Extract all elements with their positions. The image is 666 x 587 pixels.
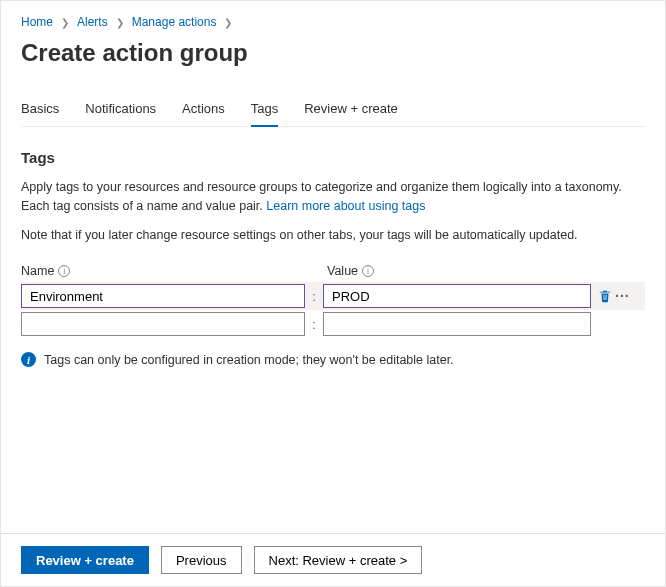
delete-icon[interactable] xyxy=(595,286,615,306)
tab-basics[interactable]: Basics xyxy=(21,95,59,126)
col-header-value: Value xyxy=(327,264,358,278)
chevron-right-icon: ❯ xyxy=(220,17,236,28)
crumb-home[interactable]: Home xyxy=(21,15,53,29)
tag-row: : xyxy=(21,310,645,338)
learn-more-link[interactable]: Learn more about using tags xyxy=(266,199,425,213)
crumb-alerts[interactable]: Alerts xyxy=(77,15,108,29)
crumb-manage-actions[interactable]: Manage actions xyxy=(132,15,217,29)
creation-mode-note: Tags can only be configured in creation … xyxy=(44,353,454,367)
chevron-right-icon: ❯ xyxy=(112,17,128,28)
tab-actions[interactable]: Actions xyxy=(182,95,225,126)
previous-button[interactable]: Previous xyxy=(161,546,242,574)
tab-review-create[interactable]: Review + create xyxy=(304,95,398,126)
tabs: Basics Notifications Actions Tags Review… xyxy=(21,95,645,127)
breadcrumb: Home ❯ Alerts ❯ Manage actions ❯ xyxy=(21,9,645,33)
info-icon[interactable]: i xyxy=(58,265,70,277)
page-title: Create action group xyxy=(21,39,645,67)
col-header-name: Name xyxy=(21,264,54,278)
tag-name-input[interactable] xyxy=(21,284,305,308)
chevron-right-icon: ❯ xyxy=(57,17,73,28)
tag-name-input[interactable] xyxy=(21,312,305,336)
tab-tags[interactable]: Tags xyxy=(251,95,278,126)
row-separator: : xyxy=(305,289,323,304)
tag-value-input[interactable] xyxy=(323,284,591,308)
tag-row: : ··· xyxy=(21,282,645,310)
section-description: Apply tags to your resources and resourc… xyxy=(21,178,645,216)
info-icon: i xyxy=(21,352,36,367)
tab-notifications[interactable]: Notifications xyxy=(85,95,156,126)
section-heading: Tags xyxy=(21,149,645,166)
section-note: Note that if you later change resource s… xyxy=(21,226,645,245)
tag-value-input[interactable] xyxy=(323,312,591,336)
next-button[interactable]: Next: Review + create > xyxy=(254,546,423,574)
more-icon[interactable]: ··· xyxy=(615,288,630,304)
info-icon[interactable]: i xyxy=(362,265,374,277)
footer: Review + create Previous Next: Review + … xyxy=(1,533,665,586)
row-separator: : xyxy=(305,317,323,332)
review-create-button[interactable]: Review + create xyxy=(21,546,149,574)
